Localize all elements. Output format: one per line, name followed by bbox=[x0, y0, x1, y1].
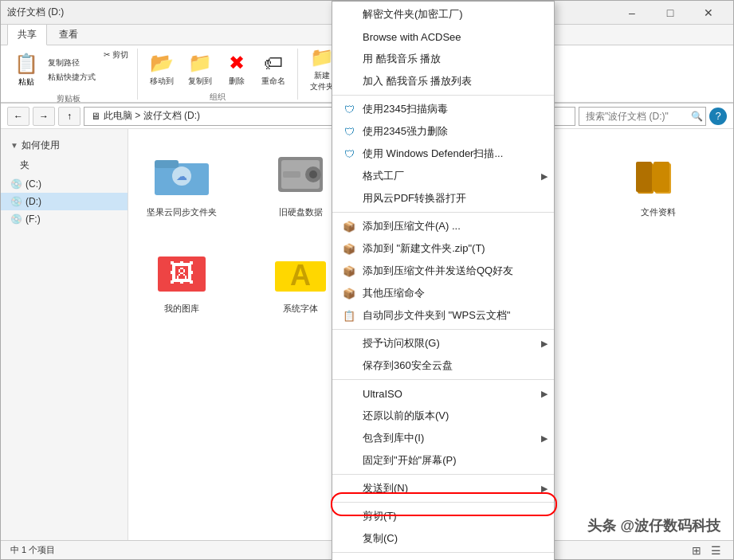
ctx-zip2-icon: 📦 bbox=[342, 241, 356, 256]
ctx-360[interactable]: 保存到360安全云盘 bbox=[332, 354, 554, 377]
ctx-restore-icon bbox=[342, 409, 356, 423]
sidebar-label-folder: 夹 bbox=[20, 159, 29, 172]
ribbon-group-organize: 📂 移动到 📁 复制到 ✖ 删除 🏷 重命名 bbox=[144, 49, 298, 100]
maximize-button[interactable]: □ bbox=[652, 1, 689, 25]
ctx-2345-scan[interactable]: 🛡 使用2345扫描病毒 bbox=[332, 98, 554, 120]
sidebar-item-usage[interactable]: ▼ 如何使用 bbox=[1, 135, 128, 155]
ctx-library[interactable]: 包含到库中(I) ▶ bbox=[332, 427, 554, 449]
minimize-button[interactable]: – bbox=[614, 1, 650, 25]
ctx-access-arrow: ▶ bbox=[541, 339, 548, 349]
ctx-compress-zip[interactable]: 📦 添加到 "新建文件夹.zip"(T) bbox=[332, 237, 554, 260]
delete-label: 删除 bbox=[229, 76, 245, 87]
breadcrumb: 🖥 此电脑 > 波仔文档 (D:) bbox=[91, 109, 200, 123]
ctx-restore[interactable]: 还原以前的版本(V) bbox=[332, 405, 554, 427]
organize-buttons: 📂 移动到 📁 复制到 ✖ 删除 🏷 重命名 bbox=[144, 49, 291, 90]
ctx-ultraiso-icon bbox=[342, 386, 356, 401]
ctx-sep-5 bbox=[332, 474, 554, 475]
copy-to-button[interactable]: 📁 复制到 bbox=[183, 49, 218, 90]
tab-view[interactable]: 查看 bbox=[49, 24, 88, 45]
move-to-button[interactable]: 📂 移动到 bbox=[144, 49, 179, 90]
file-item-wjzl[interactable]: 文件资料 bbox=[614, 139, 702, 225]
breadcrumb-text: 此电脑 > 波仔文档 (D:) bbox=[104, 109, 200, 123]
ctx-copy-icon bbox=[342, 531, 356, 546]
ctx-pdf-icon bbox=[342, 191, 356, 206]
ctx-sep-6 bbox=[332, 502, 554, 503]
ctx-kuwo-add[interactable]: 加入 酷我音乐 播放列表 bbox=[332, 70, 554, 92]
ctx-acdsee[interactable]: Browse with ACDSee bbox=[332, 25, 554, 48]
ctx-cut[interactable]: 剪切(T) bbox=[332, 505, 554, 527]
delete-button[interactable]: ✖ 删除 bbox=[221, 49, 253, 90]
ctx-library-icon bbox=[342, 431, 356, 445]
move-to-icon: 📂 bbox=[150, 52, 174, 74]
ctx-decrypt-icon bbox=[342, 7, 356, 22]
view-large-button[interactable]: ⊞ bbox=[689, 542, 705, 558]
close-button[interactable]: ✕ bbox=[690, 1, 727, 25]
ctx-pdf[interactable]: 用风云PDF转换器打开 bbox=[332, 187, 554, 210]
expand-icon: ▼ bbox=[10, 141, 18, 150]
ctx-wps-sync[interactable]: 📋 自动同步文件夹到 "WPS云文档" bbox=[332, 304, 554, 327]
view-list-button[interactable]: ☰ bbox=[708, 542, 724, 558]
ctx-kuwo-play[interactable]: 用 酷我音乐 播放 bbox=[332, 48, 554, 70]
back-button[interactable]: ← bbox=[7, 107, 29, 126]
paste-icon: 📋 bbox=[14, 53, 38, 75]
svg-point-7 bbox=[309, 170, 317, 178]
ctx-ultraiso-arrow: ▶ bbox=[541, 389, 548, 399]
sidebar-item-folder[interactable]: 夹 bbox=[1, 155, 128, 175]
ctx-compress-qq[interactable]: 📦 添加到压缩文件并发送给QQ好友 bbox=[332, 260, 554, 282]
paste-shortcut-button[interactable]: 粘贴快捷方式 bbox=[45, 71, 98, 84]
up-button[interactable]: ↑ bbox=[58, 107, 80, 126]
ctx-access-icon bbox=[342, 336, 356, 350]
cut-group: ✂ 剪切 bbox=[101, 49, 131, 92]
ctx-zip-icon: 📦 bbox=[342, 219, 356, 233]
ctx-wps-icon: 📋 bbox=[342, 308, 356, 323]
paste-group: 📋 粘贴 复制路径 粘贴快捷方式 bbox=[7, 49, 98, 92]
sidebar-item-f[interactable]: 💿 (F:) bbox=[1, 210, 128, 228]
drive-f-icon: 💿 bbox=[10, 213, 22, 225]
sidebar-label-c: (C:) bbox=[26, 178, 41, 190]
ctx-2345-delete[interactable]: 🛡 使用2345强力删除 bbox=[332, 120, 554, 143]
file-item-photo[interactable]: 🖼 我的图库 bbox=[138, 235, 226, 322]
file-icon-font: A bbox=[272, 242, 329, 300]
tab-share[interactable]: 共享 bbox=[7, 24, 47, 45]
file-name-wjzl: 文件资料 bbox=[641, 206, 676, 218]
rename-button[interactable]: 🏷 重命名 bbox=[256, 49, 291, 90]
window-title: 波仔文档 (D:) bbox=[7, 6, 64, 19]
file-name-font: 系统字体 bbox=[283, 303, 318, 315]
ctx-send-to[interactable]: 发送到(N) ▶ bbox=[332, 477, 554, 499]
ctx-zip4-icon: 📦 bbox=[342, 286, 356, 300]
file-item-jgy[interactable]: ☁ 坚果云同步文件夹 bbox=[138, 139, 226, 225]
paste-button[interactable]: 📋 粘贴 bbox=[7, 49, 45, 92]
file-icon-photo: 🖼 bbox=[153, 242, 210, 300]
ctx-format-factory[interactable]: 格式工厂 ▶ bbox=[332, 165, 554, 187]
help-button[interactable]: ? bbox=[709, 108, 727, 125]
search-icon[interactable]: 🔍 bbox=[691, 111, 703, 122]
window-controls: – □ ✕ bbox=[614, 1, 727, 25]
sidebar-item-c[interactable]: 💿 (C:) bbox=[1, 175, 128, 193]
ctx-kuwo-icon bbox=[342, 52, 356, 66]
cut-button[interactable]: ✂ 剪切 bbox=[101, 49, 131, 61]
forward-button[interactable]: → bbox=[33, 107, 55, 126]
ctx-grant-access[interactable]: 授予访问权限(G) ▶ bbox=[332, 332, 554, 354]
sidebar-item-d[interactable]: 💿 (D:) bbox=[1, 193, 128, 210]
ctx-create-shortcut[interactable]: 创建快捷方式(S) bbox=[332, 555, 554, 560]
ctx-ultraiso[interactable]: UltraISO ▶ bbox=[332, 382, 554, 405]
file-icon-hdd bbox=[272, 146, 329, 203]
ctx-pin-start[interactable]: 固定到"开始"屏幕(P) bbox=[332, 449, 554, 472]
watermark: 头条 @波仔数码科技 bbox=[587, 516, 720, 535]
copy-to-icon: 📁 bbox=[188, 52, 212, 74]
sidebar-label-usage: 如何使用 bbox=[22, 139, 60, 152]
ctx-compress-other[interactable]: 📦 其他压缩命令 bbox=[332, 282, 554, 304]
ctx-copy[interactable]: 复制(C) bbox=[332, 527, 554, 550]
ctx-compress-a[interactable]: 📦 添加到压缩文件(A) ... bbox=[332, 215, 554, 237]
ctx-sep-3 bbox=[332, 329, 554, 330]
rename-label: 重命名 bbox=[261, 76, 285, 87]
ctx-defender[interactable]: 🛡 使用 Windows Defender扫描... bbox=[332, 143, 554, 165]
ctx-decrypt[interactable]: 解密文件夹(加密工厂) bbox=[332, 3, 554, 25]
ctx-ff-arrow: ▶ bbox=[541, 171, 548, 182]
copy-path-button[interactable]: 复制路径 bbox=[45, 57, 98, 69]
search-input[interactable] bbox=[579, 107, 706, 126]
ctx-cut-icon bbox=[342, 509, 356, 523]
sidebar-label-f: (F:) bbox=[26, 213, 41, 225]
sidebar: ▼ 如何使用 夹 💿 (C:) 💿 (D:) 💿 (F:) bbox=[1, 129, 128, 540]
move-to-label: 移动到 bbox=[150, 76, 174, 87]
